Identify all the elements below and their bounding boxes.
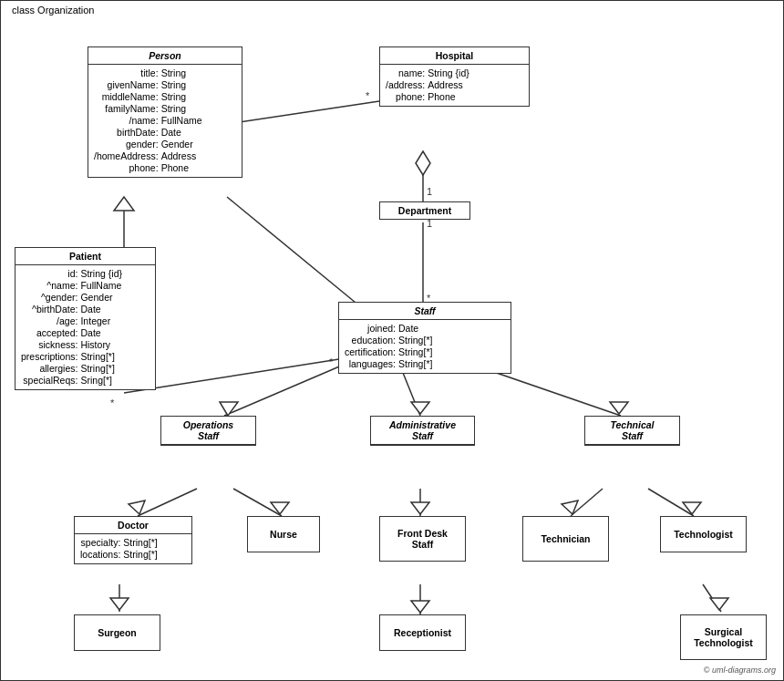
hospital-header: Hospital (380, 47, 529, 65)
diagram-container: class Organization (0, 0, 784, 681)
svg-text:1: 1 (427, 186, 432, 197)
patient-header: Patient (15, 248, 155, 265)
department-header: Department (380, 202, 469, 219)
svg-marker-10 (220, 402, 238, 416)
svg-marker-12 (411, 402, 429, 414)
doctor-class: Doctor specialty:String[*] locations:Str… (74, 516, 192, 564)
svg-text:*: * (110, 397, 115, 408)
doctor-header: Doctor (75, 517, 191, 534)
patient-class: Patient id:String {id} ^name:FullName ^g… (15, 247, 156, 390)
svg-marker-24 (683, 502, 701, 514)
svg-text:*: * (366, 90, 370, 101)
svg-line-6 (227, 197, 366, 311)
svg-marker-22 (562, 500, 578, 514)
staff-body: joined:Date education:String[*] certific… (339, 320, 511, 373)
svg-text:*: * (329, 356, 334, 367)
svg-marker-5 (114, 197, 134, 211)
staff-header: Staff (339, 303, 511, 320)
staff-class: Staff joined:Date education:String[*] ce… (338, 302, 511, 374)
person-body: title:String givenName:String middleName… (88, 65, 242, 177)
hospital-class: Hospital name:String {id} /address:Addre… (379, 46, 530, 107)
svg-line-9 (224, 359, 356, 416)
svg-marker-26 (110, 598, 129, 610)
patient-body: id:String {id} ^name:FullName ^gender:Ge… (15, 265, 155, 389)
surgeon-class: Surgeon (74, 614, 160, 651)
svg-marker-16 (129, 500, 145, 514)
administrative-staff-header: AdministrativeStaff (371, 417, 474, 445)
technical-staff-header: TechnicalStaff (585, 417, 679, 445)
svg-marker-28 (411, 601, 429, 613)
diagram-title: class Organization (8, 5, 98, 15)
surgical-technologist-class: SurgicalTechnologist (680, 614, 767, 660)
technician-class: Technician (522, 516, 609, 562)
svg-marker-20 (411, 502, 429, 514)
technical-staff-class: TechnicalStaff (584, 416, 680, 446)
copyright: © uml-diagrams.org (704, 666, 776, 675)
doctor-body: specialty:String[*] locations:String[*] (75, 534, 191, 563)
svg-marker-18 (271, 502, 289, 514)
receptionist-class: Receptionist (379, 614, 466, 651)
person-class: Person title:String givenName:String mid… (88, 46, 242, 178)
department-class: Department (379, 201, 470, 220)
svg-line-8 (124, 356, 356, 393)
svg-line-21 (571, 489, 603, 516)
svg-line-17 (233, 489, 282, 516)
hospital-body: name:String {id} /address:Address phone:… (380, 65, 529, 106)
svg-line-29 (703, 584, 721, 612)
person-header: Person (88, 47, 242, 65)
operations-staff-header: OperationsStaff (161, 417, 255, 445)
svg-line-15 (138, 489, 197, 516)
svg-marker-2 (416, 151, 430, 175)
operations-staff-class: OperationsStaff (160, 416, 256, 446)
technologist-class: Technologist (660, 516, 747, 552)
svg-line-23 (648, 489, 694, 516)
nurse-class: Nurse (247, 516, 320, 552)
svg-marker-14 (610, 402, 628, 414)
front-desk-staff-class: Front DeskStaff (379, 516, 466, 562)
administrative-staff-class: AdministrativeStaff (370, 416, 475, 446)
svg-marker-30 (710, 598, 728, 610)
svg-line-0 (227, 101, 379, 124)
